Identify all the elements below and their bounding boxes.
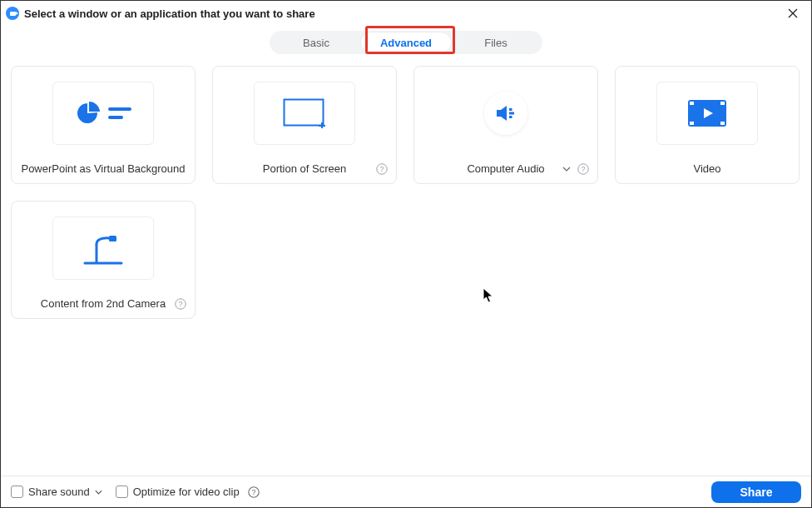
card-preview (52, 217, 154, 280)
card-label: Portion of Screen (263, 162, 346, 175)
checkbox-box (116, 486, 128, 498)
svg-rect-2 (285, 100, 324, 126)
svg-rect-13 (690, 102, 694, 105)
tab-files[interactable]: Files (451, 32, 541, 52)
tabs-container: Basic Advanced Files (1, 26, 811, 64)
app-icon (6, 7, 19, 20)
footer: Share sound Optimize for video clip ? Sh… (1, 476, 811, 507)
card-label: Video (693, 162, 720, 175)
card-portion-of-screen[interactable]: Portion of Screen ? (212, 66, 397, 184)
portion-screen-icon (283, 98, 326, 128)
svg-text:?: ? (251, 488, 255, 496)
window-header: Select a window or an application that y… (1, 1, 811, 26)
doc-camera-icon (80, 231, 126, 266)
card-preview (484, 92, 527, 135)
cards-grid: PowerPoint as Virtual Background Portion… (1, 64, 811, 319)
svg-rect-14 (690, 122, 694, 125)
tab-advanced[interactable]: Advanced (361, 32, 451, 52)
card-ppt-virtual-bg[interactable]: PowerPoint as Virtual Background (11, 66, 196, 184)
card-label: PowerPoint as Virtual Background (21, 162, 185, 175)
checkbox-box (11, 486, 23, 498)
svg-rect-8 (509, 112, 514, 115)
card-preview (52, 82, 154, 145)
card-video[interactable]: Video (615, 66, 800, 184)
svg-text:?: ? (178, 300, 182, 308)
svg-rect-1 (108, 116, 123, 119)
svg-rect-9 (509, 116, 512, 118)
close-icon (788, 8, 798, 18)
chevron-down-icon[interactable] (95, 490, 102, 495)
optimize-video-checkbox[interactable]: Optimize for video clip (116, 486, 240, 498)
pie-chart-icon (75, 101, 100, 126)
svg-text:?: ? (581, 165, 585, 173)
film-play-icon (688, 100, 726, 127)
tab-basic[interactable]: Basic (271, 32, 361, 52)
svg-rect-15 (720, 102, 725, 105)
card-preview (656, 82, 758, 145)
chevron-down-icon[interactable] (561, 163, 572, 175)
help-icon[interactable]: ? (577, 163, 589, 175)
optimize-video-label: Optimize for video clip (133, 486, 240, 498)
card-label: Content from 2nd Camera (41, 297, 166, 310)
svg-rect-19 (109, 236, 116, 242)
speaker-icon (495, 104, 517, 122)
svg-rect-0 (108, 107, 131, 111)
window-title: Select a window or an application that y… (24, 7, 315, 20)
share-sound-checkbox[interactable]: Share sound (11, 486, 102, 498)
tabs: Basic Advanced Files (270, 31, 542, 54)
card-content-2nd-camera[interactable]: Content from 2nd Camera ? (11, 201, 196, 319)
card-preview (254, 82, 355, 145)
svg-rect-7 (509, 108, 512, 111)
help-icon[interactable]: ? (175, 298, 186, 310)
svg-text:?: ? (379, 165, 384, 173)
card-label: Computer Audio (467, 162, 544, 175)
close-button[interactable] (781, 4, 805, 22)
share-sound-label: Share sound (28, 486, 90, 498)
lines-icon (108, 106, 131, 121)
share-button[interactable]: Share (711, 481, 801, 503)
svg-rect-16 (720, 122, 725, 125)
help-icon[interactable]: ? (248, 486, 260, 498)
card-computer-audio[interactable]: Computer Audio ? (413, 66, 598, 184)
help-icon[interactable]: ? (376, 163, 388, 175)
